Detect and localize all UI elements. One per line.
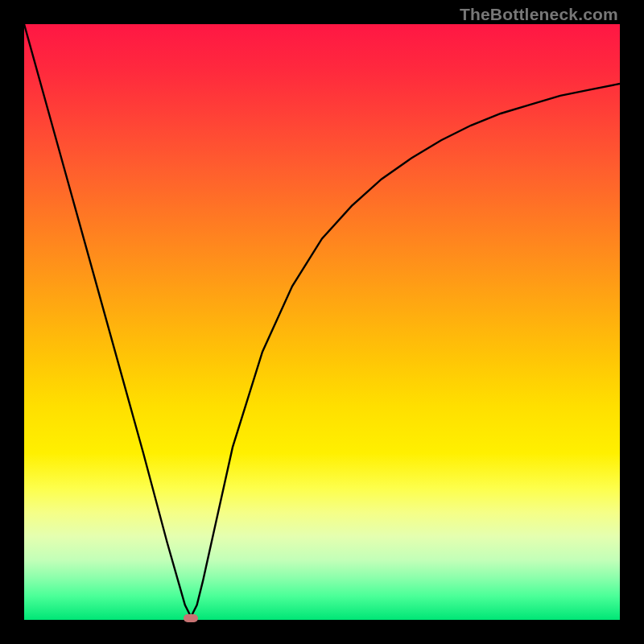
frame: TheBottleneck.com bbox=[0, 0, 644, 644]
plot-area bbox=[24, 24, 620, 620]
watermark-text: TheBottleneck.com bbox=[460, 5, 618, 24]
min-marker bbox=[184, 614, 198, 622]
curve-path bbox=[24, 24, 620, 617]
curve-svg bbox=[24, 24, 620, 620]
